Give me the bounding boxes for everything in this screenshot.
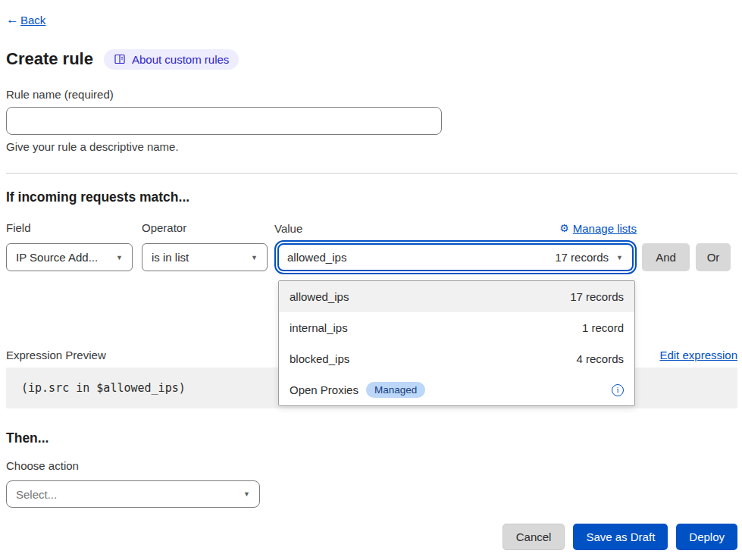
or-button[interactable]: Or [696,243,731,271]
chevron-down-icon: ▼ [616,254,623,261]
list-item-allowed-ips[interactable]: allowed_ips 17 records [279,281,634,312]
operator-select-value: is in list [152,251,189,264]
chevron-down-icon: ▼ [243,490,250,498]
expression-preview-label: Expression Preview [6,349,106,361]
rule-name-input[interactable] [6,107,442,135]
cancel-button[interactable]: Cancel [502,524,565,550]
field-label: Field [6,221,142,235]
list-item-records: 17 records [570,290,624,303]
book-icon [114,53,126,65]
value-select-value: allowed_ips [287,251,346,264]
back-link[interactable]: ←Back [6,12,45,27]
then-section-heading: Then... [6,430,737,446]
value-select-records: 17 records [555,251,609,264]
manage-lists-link[interactable]: ⚙ Manage lists [559,222,637,235]
operator-select[interactable]: is in list ▼ [142,243,268,271]
expression-code: (ip.src in $allowed_ips) [21,381,186,395]
list-item-name: blocked_ips [290,352,349,365]
value-label: Value [274,222,302,235]
edit-expression-link[interactable]: Edit expression [659,349,737,361]
and-button[interactable]: And [642,243,690,271]
match-section-heading: If incoming requests match... [6,189,737,205]
create-rule-page: ←Back Create rule About custom rules Rul… [0,0,742,550]
list-item-name: allowed_ips [290,290,349,303]
rule-name-helper: Give your rule a descriptive name. [6,140,737,154]
list-item-name: Open Proxies [290,383,358,396]
chevron-down-icon: ▼ [116,254,123,261]
managed-badge: Managed [366,382,425,398]
section-divider [6,173,737,174]
about-label: About custom rules [132,53,229,66]
deploy-button[interactable]: Deploy [676,524,737,550]
field-select[interactable]: IP Source Add... ▼ [6,243,133,271]
page-title: Create rule [6,49,93,69]
action-select[interactable]: Select... ▼ [6,480,260,508]
info-icon[interactable]: i [612,384,624,396]
list-item-records: 4 records [576,352,624,365]
rule-name-label: Rule name (required) [6,88,737,102]
value-select[interactable]: allowed_ips 17 records ▼ [277,243,634,271]
list-item-blocked-ips[interactable]: blocked_ips 4 records [279,343,634,374]
list-item-name: internal_ips [290,321,348,334]
chevron-down-icon: ▼ [251,254,258,261]
action-select-placeholder: Select... [16,488,57,501]
back-label: Back [20,14,45,27]
manage-lists-label: Manage lists [573,222,637,235]
gear-icon: ⚙ [559,222,569,234]
about-custom-rules-link[interactable]: About custom rules [104,49,239,70]
choose-action-label: Choose action [6,459,737,473]
value-select-wrapper: allowed_ips 17 records ▼ allowed_ips 17 … [277,243,634,271]
list-item-records: 1 record [582,321,624,334]
save-as-draft-button[interactable]: Save as Draft [573,524,668,550]
field-select-value: IP Source Add... [16,251,98,264]
list-item-internal-ips[interactable]: internal_ips 1 record [279,312,634,343]
operator-label: Operator [142,221,274,235]
back-arrow-icon: ← [6,12,19,27]
list-item-open-proxies[interactable]: Open Proxies Managed i [279,374,634,405]
lists-dropdown: allowed_ips 17 records internal_ips 1 re… [278,280,635,406]
